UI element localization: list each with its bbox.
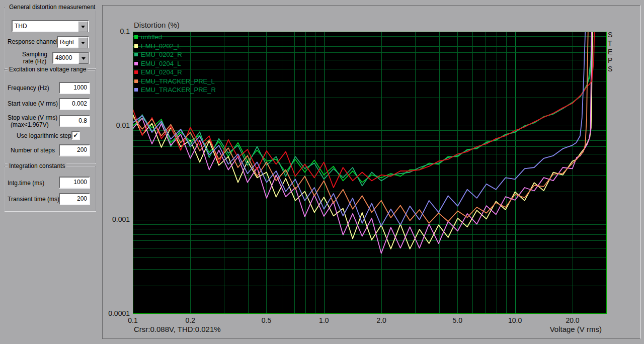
stop-value-label: Stop value (V rms) — [8, 114, 57, 121]
chart-panel: Distortion (%) 0.10.010.0010.0001 untitl… — [102, 5, 640, 339]
legend-label: EMU_0202_R — [141, 51, 182, 58]
log-steps-checkbox[interactable]: ✓ — [71, 131, 80, 140]
measurement-type-dropdown[interactable]: THD — [12, 20, 89, 32]
cursor-status-readout: Crsr:0.088V, THD:0.021% — [134, 325, 221, 333]
response-channel-value: Right — [60, 39, 74, 46]
stop-value-note: (max<1.967V) — [11, 121, 49, 128]
legend-item: EMU_0202_R — [134, 50, 216, 59]
intg-time-field[interactable]: 1000 — [59, 177, 90, 189]
y-tick-label: 0.001 — [103, 215, 130, 223]
legend-swatch — [134, 79, 138, 83]
x-tick-label: 5.0 — [445, 316, 470, 324]
legend: untitledEMU_0202_LEMU_0202_REMU_0204_LEM… — [134, 33, 216, 95]
legend-label: EMU_0204_R — [141, 68, 182, 76]
response-channel-dropdown[interactable]: Right — [57, 36, 89, 48]
x-axis-title: Voltage (V rms) — [505, 325, 602, 333]
sampling-rate-dropdown[interactable]: 48000 — [52, 52, 90, 64]
group-excitation-title: Excitation sine voltage range — [8, 66, 88, 73]
x-tick-label: 0.2 — [178, 316, 203, 324]
x-tick-label: 2.0 — [369, 316, 394, 324]
response-channel-dropdown-button[interactable] — [78, 37, 88, 48]
frequency-label: Frequency (Hz) — [8, 84, 49, 92]
x-tick-label: 0.1 — [120, 316, 145, 324]
transient-time-label: Transient time (ms) — [8, 196, 59, 203]
chevron-down-icon — [81, 42, 85, 44]
legend-swatch — [134, 70, 138, 74]
group-integration-title: Integration constants — [8, 162, 66, 169]
group-general-distortion: General distortion measurement THD Respo… — [4, 7, 96, 68]
legend-swatch — [134, 62, 138, 65]
legend-swatch — [134, 53, 138, 56]
legend-item: EMU_0204_R — [134, 68, 216, 77]
number-of-steps-label: Number of steps — [11, 147, 55, 154]
legend-item: untitled — [134, 33, 216, 42]
start-value-label: Start value (V rms) — [8, 100, 58, 107]
x-tick-label: 10.0 — [503, 316, 528, 324]
legend-item: EMU_TRACKER_PRE_L — [134, 77, 216, 86]
y-tick-label: 0.01 — [103, 121, 130, 129]
intg-time-label: Intg.time (ms) — [8, 180, 44, 187]
x-tick-label: 0.5 — [254, 316, 279, 324]
legend-swatch — [134, 35, 138, 39]
measurement-type-dropdown-button[interactable] — [78, 21, 88, 32]
response-channel-label: Response channel — [8, 38, 57, 45]
measurement-type-value: THD — [15, 23, 27, 30]
legend-swatch — [134, 44, 138, 48]
chevron-down-icon — [82, 57, 86, 60]
steps-label: STEPS — [608, 31, 615, 73]
legend-item: EMU_0204_L — [134, 59, 216, 68]
sampling-rate-label-line2: rate (Hz) — [20, 58, 50, 65]
x-tick-label: 20.0 — [560, 316, 585, 324]
legend-item: EMU_0202_L — [134, 42, 216, 51]
legend-label: untitled — [141, 33, 162, 41]
chart-title: Distortion (%) — [134, 21, 180, 29]
sampling-rate-value: 48000 — [55, 54, 72, 61]
app-window: { "sidebar": { "group1": { "title": "Gen… — [0, 0, 644, 344]
group-excitation-range: Excitation sine voltage range Frequency … — [4, 69, 96, 163]
frequency-field[interactable]: 1000 — [59, 82, 90, 94]
stop-value-field[interactable]: 0.8 — [59, 115, 90, 127]
legend-item: EMU_TRACKER_PRE_R — [134, 85, 216, 95]
transient-time-field[interactable]: 200 — [59, 193, 90, 205]
log-steps-label: Use logarithmic steps — [17, 132, 74, 139]
legend-swatch — [134, 88, 138, 92]
start-value-field[interactable]: 0.002 — [59, 98, 90, 110]
y-tick-label: 0.1 — [103, 27, 130, 35]
sampling-rate-dropdown-button[interactable] — [78, 53, 89, 64]
legend-label: EMU_0202_L — [141, 42, 181, 50]
legend-label: EMU_0204_L — [141, 60, 181, 67]
chevron-down-icon — [81, 26, 85, 28]
number-of-steps-field[interactable]: 200 — [59, 144, 90, 156]
plot-area[interactable]: untitledEMU_0202_LEMU_0202_REMU_0204_LEM… — [133, 32, 607, 314]
legend-label: EMU_TRACKER_PRE_L — [141, 77, 215, 85]
x-tick-label: 1.0 — [311, 316, 337, 324]
sampling-rate-label-line1: Sampling — [20, 51, 50, 58]
group-general-title: General distortion measurement — [8, 4, 97, 11]
legend-label: EMU_TRACKER_PRE_R — [141, 86, 216, 94]
group-integration-constants: Integration constants Intg.time (ms) 100… — [4, 166, 96, 211]
